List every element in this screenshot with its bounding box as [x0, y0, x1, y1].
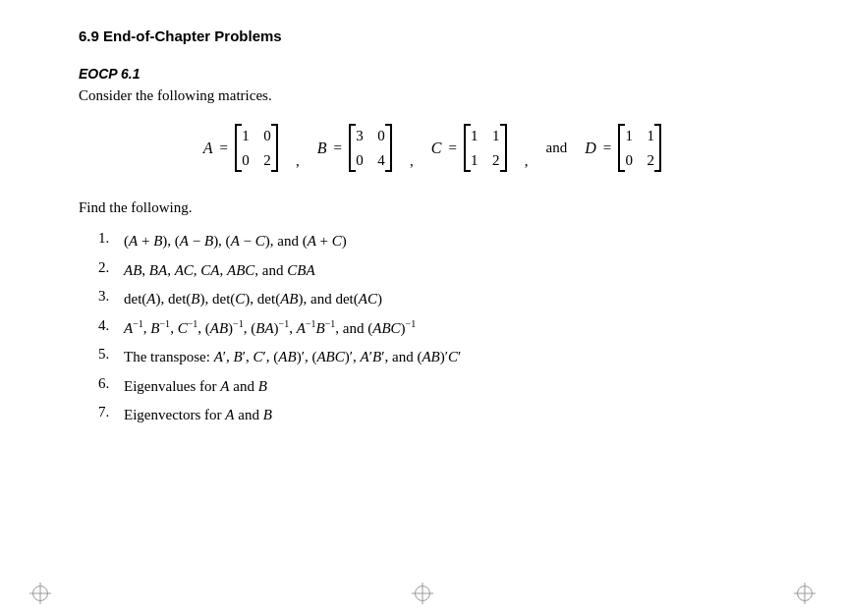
list-num-3: 3. — [98, 288, 116, 310]
matrix-A: A = 10 02 — [203, 124, 278, 172]
page-content: 6.9 End-of-Chapter Problems EOCP 6.1 Con… — [0, 0, 845, 473]
list-content-1: (A + B), (A − B), (A − C), and (A + C) — [124, 230, 347, 252]
registration-marks — [0, 583, 845, 604]
comma-1: , — [296, 153, 300, 172]
list-content-5: The transpose: A′, B′, C′, (AB)′, (ABC)′… — [124, 346, 461, 368]
matrix-C-eq: = — [448, 140, 456, 156]
list-content-4: A−1, B−1, C−1, (AB)−1, (BA)−1, A−1B−1, a… — [124, 317, 416, 340]
list-num-1: 1. — [98, 230, 116, 252]
list-item: 2. AB, BA, AC, CA, ABC, and CBA — [98, 259, 786, 282]
find-text: Find the following. — [79, 199, 786, 216]
problem-intro: Consider the following matrices. — [79, 87, 786, 104]
matrix-D-label: D — [585, 140, 596, 157]
reg-mark-circle-right — [797, 586, 813, 601]
list-num-2: 2. — [98, 259, 116, 282]
matrices-display: A = 10 02 , B = 30 04 , C = 11 12 — [79, 124, 786, 172]
list-item: 4. A−1, B−1, C−1, (AB)−1, (BA)−1, A−1B−1… — [98, 317, 786, 340]
chapter-heading: 6.9 End-of-Chapter Problems — [79, 28, 786, 44]
list-item: 1. (A + B), (A − B), (A − C), and (A + C… — [98, 230, 786, 252]
matrix-D-bracket: 11 02 — [618, 124, 661, 172]
list-item: 5. The transpose: A′, B′, C′, (AB)′, (AB… — [98, 346, 786, 368]
matrix-C-bracket: 11 12 — [464, 124, 507, 172]
list-num-5: 5. — [98, 346, 116, 368]
matrix-B-bracket: 30 04 — [349, 124, 392, 172]
list-content-7: Eigenvectors for A and B — [124, 404, 272, 426]
problem-label: EOCP 6.1 — [79, 66, 786, 82]
matrix-A-eq: = — [219, 140, 227, 156]
reg-mark-circle-center — [415, 586, 430, 601]
list-item: 6. Eigenvalues for A and B — [98, 375, 786, 398]
list-item: 7. Eigenvectors for A and B — [98, 404, 786, 426]
matrix-D-eq: = — [603, 140, 611, 156]
reg-mark-center — [412, 583, 433, 604]
reg-mark-circle-left — [32, 586, 48, 601]
list-num-7: 7. — [98, 404, 116, 426]
reg-mark-right — [794, 583, 816, 604]
comma-2: , — [410, 153, 414, 172]
list-item: 3. det(A), det(B), det(C), det(AB), and … — [98, 288, 786, 310]
matrix-C: C = 11 12 — [431, 124, 507, 172]
and-word: and — [546, 140, 568, 156]
matrix-A-bracket: 10 02 — [235, 124, 278, 172]
comma-3: , — [525, 153, 529, 172]
matrix-B: B = 30 04 — [317, 124, 392, 172]
matrix-D: D = 11 02 — [585, 124, 661, 172]
matrix-B-eq: = — [333, 140, 341, 156]
list-content-3: det(A), det(B), det(C), det(AB), and det… — [124, 288, 382, 310]
list-num-6: 6. — [98, 375, 116, 398]
matrix-C-label: C — [431, 140, 442, 157]
list-num-4: 4. — [98, 317, 116, 340]
matrix-A-label: A — [203, 140, 213, 157]
list-content-6: Eigenvalues for A and B — [124, 375, 267, 398]
matrix-B-label: B — [317, 140, 327, 157]
problem-list: 1. (A + B), (A − B), (A − C), and (A + C… — [79, 230, 786, 426]
list-content-2: AB, BA, AC, CA, ABC, and CBA — [124, 259, 315, 282]
reg-mark-left — [29, 583, 51, 604]
